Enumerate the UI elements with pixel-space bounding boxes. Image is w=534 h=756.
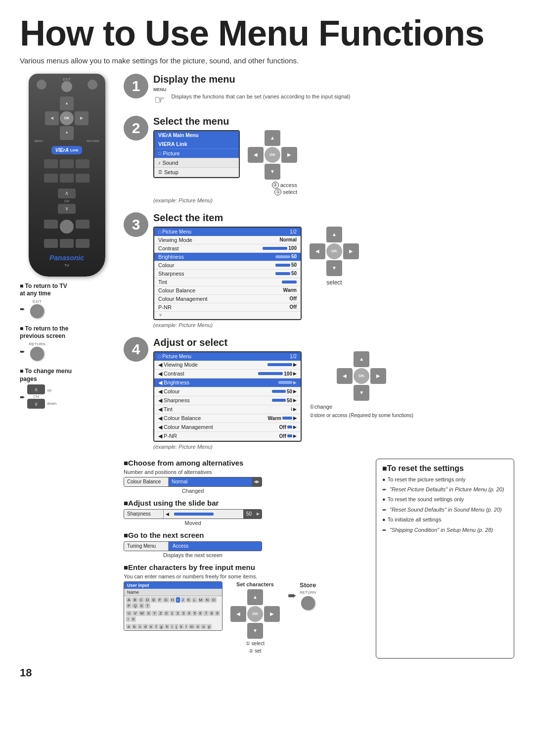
remote-btn-7[interactable] [44, 220, 58, 229]
viera-menu-header: VIErA Main Menu [154, 131, 239, 140]
choose-desc: Number and positions of alternatives [124, 469, 371, 475]
step4-row-colour: ◀ Colour 50▶ [154, 387, 301, 396]
step3-row-viewing: Viewing ModeNormal [154, 236, 301, 244]
content-column: 1 Display the menu MENU ☞ Displays the f… [124, 74, 514, 659]
step2-dpad-left[interactable]: ◀ [248, 147, 264, 163]
free-input-desc: You can enter names or numbers freely fo… [124, 573, 371, 579]
step3-row-colourmgmt: Colour ManagementOff [154, 295, 301, 303]
down-label: down [47, 401, 56, 406]
change-pages-title: ■ To change menupages [20, 368, 72, 383]
step4-row-colourbalance: ◀ Colour BalanceWarm▶ [154, 414, 301, 423]
colour-balance-arrows: ◀▶ [252, 477, 262, 486]
remote-btn-6[interactable] [76, 174, 89, 183]
remote-btn-8[interactable] [60, 220, 74, 234]
fi-dpad-right[interactable]: ▶ [264, 606, 280, 622]
ch-label: CH [64, 199, 69, 203]
colour-balance-bar: Colour Balance Normal ◀▶ [124, 477, 262, 487]
step4-title: Adjust or select [153, 337, 514, 348]
tuning-label: Tuning Menu [124, 542, 169, 551]
dpad-up-btn[interactable]: ▲ [60, 96, 74, 110]
step4-dpad-right[interactable]: ▶ [370, 368, 386, 384]
exit-button[interactable] [30, 304, 44, 318]
choose-alternatives-section: ■Choose from among alternatives Number a… [124, 459, 371, 494]
dpad-right-btn[interactable]: ▶ [75, 111, 89, 125]
ch-up-btn-note[interactable]: ∧ [27, 384, 45, 394]
bottom-row: ■Choose from among alternatives Number a… [124, 459, 514, 659]
sharpness-arrows: ▶ [255, 510, 262, 519]
remote-btn-1[interactable] [44, 159, 58, 168]
remote-btn-3[interactable] [76, 159, 89, 168]
fi-dpad-left[interactable]: ◀ [230, 606, 246, 622]
user-input-label: User input [124, 582, 222, 589]
fi-set-label: ② set [249, 648, 261, 654]
viera-link-btn[interactable]: VIErA Link [51, 146, 83, 154]
picture-menu-item: □ Picture [154, 149, 239, 158]
remote-column: EXIT ▲ ◀ OK ▶ ▼ MENU [20, 74, 114, 659]
step2-dpad-up[interactable]: ▲ [265, 130, 280, 146]
keyboard-row-3: abcdefghijklmnop [124, 623, 222, 630]
ch-down-btn[interactable]: ∨ [58, 204, 76, 214]
step4-row-pnr: ◀ P-NROff▶ [154, 432, 301, 441]
remote-btn-10[interactable] [44, 239, 58, 248]
ch-label-note: CH [33, 394, 39, 399]
step2-dpad: ▲ ◀ OK ▶ ▼ [248, 130, 297, 180]
choose-title: ■Choose from among alternatives [124, 459, 371, 467]
step4-dpad-down[interactable]: ▼ [354, 385, 369, 401]
step3-select-label: select [326, 279, 342, 286]
step2-section: 2 Select the menu VIErA Main Menu VIERA … [124, 116, 514, 203]
remote-dpad: ▲ ◀ OK ▶ ▼ [45, 96, 89, 140]
fi-dpad-ok[interactable]: OK [247, 606, 263, 622]
step1-desc: Displays the functions that can be set (… [172, 93, 351, 100]
return-prev-title: ■ To return to theprevious screen [20, 325, 68, 340]
fi-select-label: ① select [246, 641, 265, 646]
colour-balance-label: Colour Balance [124, 477, 169, 486]
step4-dpad-left[interactable]: ◀ [337, 368, 353, 384]
exit-label: EXIT [63, 78, 71, 81]
return-btn-label-fi: RETURN [300, 590, 316, 595]
step3-dpad-left[interactable]: ◀ [310, 243, 325, 259]
remote-btn-4[interactable] [44, 174, 58, 183]
step4-row-brightness: ◀ Brightness ▶ [154, 378, 301, 387]
sharpness-label: Sharpness [124, 510, 164, 519]
dpad-down-btn[interactable]: ▼ [60, 126, 74, 140]
remote-btn-11[interactable] [60, 239, 74, 248]
menu-hand-icon: ☞ [154, 93, 165, 107]
step3-dpad-ok[interactable]: OK [326, 243, 342, 259]
access-label: Access [169, 542, 262, 551]
fi-dpad-up[interactable]: ▲ [247, 589, 263, 605]
page-subtitle: Various menus allow you to make settings… [20, 56, 514, 65]
return-button[interactable] [30, 347, 44, 361]
fi-dpad-down[interactable]: ▼ [247, 623, 263, 639]
slide-bar-section: ■Adjust using the slide bar Sharpness ◀ … [124, 499, 371, 526]
step3-dpad-up[interactable]: ▲ [326, 227, 342, 242]
up-label: up [47, 388, 56, 392]
step4-menu-header: □ Picture Menu 1/2 [154, 352, 301, 361]
step4-circle: 4 [124, 337, 148, 362]
step2-dpad-ok[interactable]: OK [265, 147, 280, 163]
ch-up-btn[interactable]: ∧ [58, 189, 76, 198]
step3-dpad-down[interactable]: ▼ [326, 260, 342, 276]
next-screen-title: ■Go to the next screen [124, 531, 371, 539]
step4-dpad-up[interactable]: ▲ [354, 351, 369, 367]
step4-change-label: ①change [310, 404, 413, 410]
dpad-left-btn[interactable]: ◀ [45, 111, 59, 125]
step3-row-colour: Colour 50 [154, 261, 301, 270]
remote-btn-5[interactable] [60, 174, 74, 183]
bottom-left-col: ■Choose from among alternatives Number a… [124, 459, 371, 659]
step3-dpad-right[interactable]: ▶ [343, 243, 359, 259]
remote-btn-12[interactable] [76, 239, 89, 248]
step4-row-tint: ◀ Tint i▶ [154, 405, 301, 414]
ch-down-btn-note[interactable]: ∨ [27, 399, 45, 409]
change-pages-arrow: ➨ [20, 393, 25, 401]
brand-label: Panasonic [49, 254, 84, 262]
page-title: How to Use Menu Functions [20, 15, 514, 52]
dpad-ok-btn[interactable]: OK [60, 111, 74, 125]
step2-dpad-down[interactable]: ▼ [265, 164, 280, 180]
return-store-button[interactable] [301, 596, 315, 610]
step2-dpad-right[interactable]: ▶ [281, 147, 297, 163]
step3-example: (example: Picture Menu) [153, 322, 514, 328]
remote-btn-9[interactable] [76, 220, 89, 229]
remote-control: EXIT ▲ ◀ OK ▶ ▼ MENU [29, 74, 105, 277]
remote-btn-2[interactable] [60, 159, 74, 168]
step4-dpad-ok[interactable]: OK [354, 368, 369, 384]
